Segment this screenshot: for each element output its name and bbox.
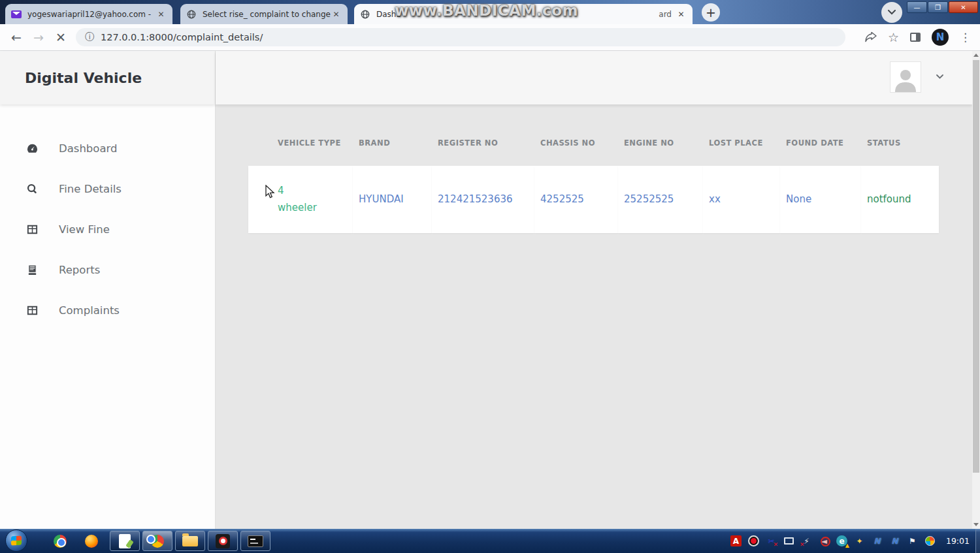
toolbar-right-icons: ☆ N ⋮ (865, 29, 980, 46)
start-button[interactable] (5, 529, 27, 552)
cell-vehicle-type: 4 wheeler (248, 166, 353, 233)
close-icon[interactable]: ✕ (155, 8, 167, 20)
taskbar-chrome-icon[interactable] (54, 535, 67, 548)
taskbar-cmd-button[interactable] (240, 531, 270, 551)
tab-title: yogeswariapril12@yahoo.com - (27, 10, 155, 19)
address-bar[interactable]: ⓘ 127.0.0.1:8000/complaint_details/ (76, 28, 845, 46)
side-panel-icon[interactable] (910, 33, 921, 42)
taskbar-chrome-window-button[interactable] (142, 531, 172, 551)
sidebar-item-view-fine[interactable]: View Fine (0, 209, 215, 249)
search-icon (26, 182, 39, 195)
taskbar-firefox-icon[interactable] (85, 535, 98, 548)
desktop-screen: yogeswariapril12@yahoo.com - ✕ Select ri… (0, 0, 980, 553)
book-icon (26, 263, 39, 276)
scroll-down-arrow[interactable] (972, 520, 980, 529)
restore-button[interactable]: ❐ (928, 1, 948, 13)
folder-icon (182, 536, 198, 546)
show-desktop-button[interactable] (975, 529, 980, 553)
system-tray: A ✂ ⚡ ◄ e ✦ N N ⚑ 19:01 (730, 529, 973, 553)
power-plug-icon[interactable]: ⚡ (801, 535, 812, 546)
tab-search-button[interactable] (881, 2, 902, 23)
sidebar: Digital Vehicle Dashboard Fine Details (0, 51, 216, 529)
col-register-no: REGISTER NO (432, 124, 534, 166)
back-icon[interactable]: ← (5, 30, 27, 44)
app-n-icon[interactable]: N (872, 535, 883, 546)
col-status: STATUS (861, 124, 939, 166)
close-icon[interactable]: ✕ (676, 8, 687, 20)
windows-logo-icon (11, 535, 22, 545)
security-warning-icon[interactable]: e (836, 535, 847, 546)
main-header (216, 51, 972, 104)
scrollbar-thumb[interactable] (973, 60, 979, 473)
tab-select-rise-complaint[interactable]: Select rise_ complaint to change ✕ (180, 4, 348, 24)
cell-engine-no: 25252525 (618, 166, 703, 233)
taskbar-bandicam-button[interactable] (208, 531, 238, 551)
display-icon[interactable] (783, 535, 794, 546)
page-scrollbar[interactable] (972, 51, 980, 529)
sidebar-item-dashboard[interactable]: Dashboard (0, 128, 215, 168)
app-n-icon[interactable]: N (889, 535, 900, 546)
browser-toolbar: ← → ✕ ⓘ 127.0.0.1:8000/complaint_details… (0, 24, 980, 51)
cell-status: notfound (861, 166, 939, 233)
sidebar-item-label: Dashboard (59, 142, 118, 155)
user-avatar[interactable] (890, 61, 921, 93)
cell-found-date: None (780, 166, 861, 233)
globe-icon (186, 9, 197, 20)
tab-yahoo-mail[interactable]: yogeswariapril12@yahoo.com - ✕ (5, 4, 172, 24)
sidebar-item-label: View Fine (59, 223, 110, 236)
col-found-date: FOUND DATE (780, 124, 861, 166)
content-area: VEHICLE TYPE BRAND REGISTER NO CHASSIS N… (216, 104, 972, 529)
mail-icon (11, 9, 22, 20)
volume-muted-icon[interactable]: ◄ (819, 535, 830, 546)
chevron-down-icon[interactable] (936, 71, 943, 81)
sidebar-item-complaints[interactable]: Complaints (0, 290, 215, 330)
share-icon[interactable] (865, 32, 877, 42)
site-info-icon[interactable]: ⓘ (85, 31, 94, 43)
taskbar-explorer-button[interactable] (175, 531, 205, 551)
taskbar-notepad-button[interactable] (110, 531, 140, 551)
app-error-icon[interactable]: ✂ (766, 535, 777, 546)
tab-title: Dashb (376, 10, 659, 19)
network-activity-icon[interactable]: ✦ (854, 535, 865, 546)
table-header-row: VEHICLE TYPE BRAND REGISTER NO CHASSIS N… (248, 124, 939, 166)
url-text[interactable]: 127.0.0.1:8000/complaint_details/ (101, 32, 263, 42)
table-icon (26, 223, 39, 236)
stop-loading-icon[interactable]: ✕ (50, 30, 72, 44)
col-chassis-no: CHASSIS NO (534, 124, 618, 166)
cell-chassis-no: 4252525 (534, 166, 618, 233)
forward-icon[interactable]: → (27, 30, 50, 44)
tab-dashboard[interactable]: Dashb ard ✕ (354, 4, 693, 24)
notepad-icon (119, 534, 131, 548)
cell-register-no: 212421523636 (432, 166, 534, 233)
gauge-icon (26, 142, 39, 155)
complaints-table: VEHICLE TYPE BRAND REGISTER NO CHASSIS N… (248, 124, 939, 233)
scroll-up-arrow[interactable] (972, 51, 980, 59)
bookmark-star-icon[interactable]: ☆ (888, 30, 899, 44)
browser-profile-avatar[interactable]: N (932, 29, 949, 46)
tab-title-tail: ard (659, 10, 672, 19)
new-tab-button[interactable]: + (702, 3, 720, 22)
bandicam-icon (216, 534, 230, 548)
window-controls: — ❐ ✕ (907, 1, 978, 13)
tab-title: Select rise_ complaint to change (203, 10, 331, 19)
adobe-icon[interactable]: A (730, 535, 742, 546)
globe-icon (360, 9, 370, 20)
cmd-icon (248, 535, 263, 547)
app-brand: Digital Vehicle (25, 70, 142, 86)
menu-dots-icon[interactable]: ⋮ (960, 31, 971, 44)
minimize-button[interactable]: — (907, 1, 927, 13)
sidebar-item-label: Complaints (59, 304, 120, 317)
recording-icon[interactable] (748, 535, 759, 546)
col-engine-no: ENGINE NO (618, 124, 703, 166)
flag-icon[interactable]: ⚑ (907, 535, 918, 546)
close-window-button[interactable]: ✕ (949, 1, 978, 13)
web-app: Digital Vehicle Dashboard Fine Details (0, 51, 980, 529)
col-vehicle-type: VEHICLE TYPE (248, 124, 353, 166)
windows-update-icon[interactable] (924, 535, 936, 546)
taskbar-clock[interactable]: 19:01 (942, 536, 973, 546)
sidebar-menu: Dashboard Fine Details View Fine (0, 104, 215, 330)
sidebar-item-fine-details[interactable]: Fine Details (0, 168, 215, 209)
close-icon[interactable]: ✕ (331, 8, 342, 20)
col-lost-place: LOST PLACE (703, 124, 780, 166)
sidebar-item-reports[interactable]: Reports (0, 249, 215, 290)
